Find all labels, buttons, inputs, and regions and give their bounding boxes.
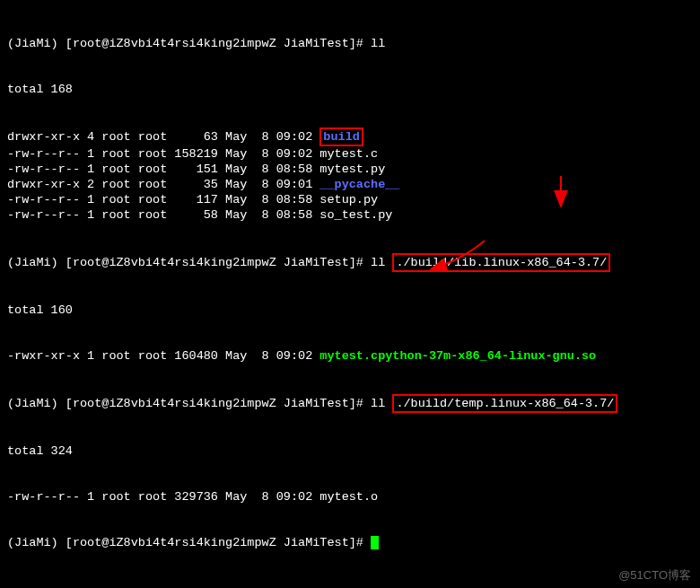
ls-row: -rwxr-xr-x 1 root root 160480 May 8 09:0… <box>7 348 693 364</box>
ls-row: drwxr-xr-x 2 root root 35 May 8 09:01 __… <box>7 177 693 192</box>
ls-row: -rw-r--r-- 1 root root 329736 May 8 09:0… <box>7 489 693 505</box>
ls-row: -rw-r--r-- 1 root root 117 May 8 08:58 s… <box>7 192 693 207</box>
file-name: build <box>323 130 360 144</box>
prompt-line: (JiaMi) [root@iZ8vbi4t4rsi4king2impwZ Ji… <box>7 394 693 413</box>
ls-row: -rw-r--r-- 1 root root 58 May 8 08:58 so… <box>7 207 693 223</box>
total-line: total 168 <box>7 82 693 97</box>
highlighted-path: ./build/temp.linux-x86_64-3.7/ <box>392 394 617 413</box>
ls-row: -rw-r--r-- 1 root root 158219 May 8 09:0… <box>7 146 693 162</box>
total-line: total 324 <box>7 443 693 459</box>
highlighted-name: build <box>319 127 363 146</box>
terminal-output[interactable]: (JiaMi) [root@iZ8vbi4t4rsi4king2impwZ Ji… <box>0 0 700 571</box>
file-name: setup.py <box>319 193 378 206</box>
watermark: @51CTO博客 <box>618 567 691 583</box>
file-name: mytest.py <box>319 162 385 176</box>
prompt-line: (JiaMi) [root@iZ8vbi4t4rsi4king2impwZ Ji… <box>7 36 693 51</box>
ls-row: -rw-r--r-- 1 root root 151 May 8 08:58 m… <box>7 162 693 177</box>
file-name: mytest.cpython-37m-x86_64-linux-gnu.so <box>319 349 596 363</box>
cursor <box>371 536 379 549</box>
total-line: total 160 <box>7 303 693 318</box>
file-name: mytest.c <box>319 147 378 161</box>
prompt-line: (JiaMi) [root@iZ8vbi4t4rsi4king2impwZ Ji… <box>7 535 693 550</box>
highlighted-path: ./build/lib.linux-x86_64-3.7/ <box>392 253 610 272</box>
file-name: __pycache__ <box>319 178 399 191</box>
file-name: mytest.o <box>319 490 378 504</box>
prompt-line: (JiaMi) [root@iZ8vbi4t4rsi4king2impwZ Ji… <box>7 253 693 272</box>
ls-row: drwxr-xr-x 4 root root 63 May 8 09:02 bu… <box>7 127 693 146</box>
file-name: so_test.py <box>319 208 392 222</box>
